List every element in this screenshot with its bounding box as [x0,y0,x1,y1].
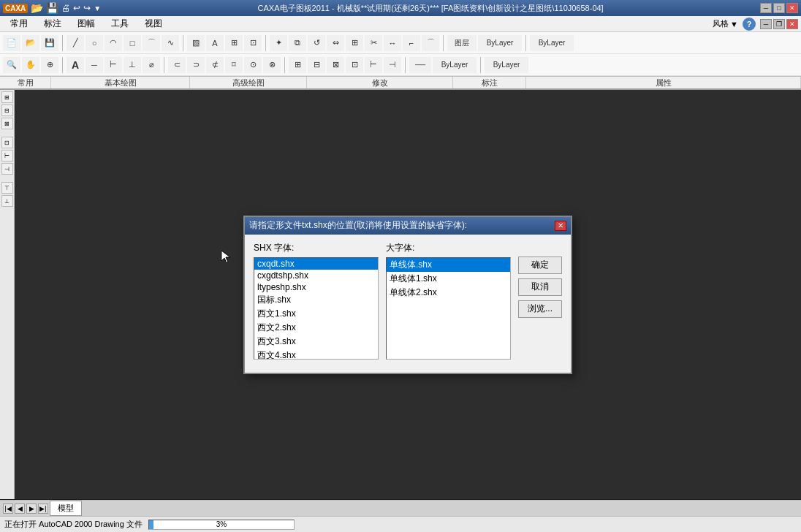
tb-block[interactable]: ⊞ [225,35,243,51]
tb-line-style[interactable]: ── [409,57,431,73]
shx-item-1[interactable]: cxgdtshp.shx [254,270,378,281]
dialog-title-bar[interactable]: 请指定形文件txt.shx的位置(取消将使用设置的缺省字体): ✕ [245,217,571,235]
shx-item-6[interactable]: 西文3.shx [254,335,378,349]
bigfont-listbox[interactable]: 单线体.shx 单线体1.shx 单线体2.shx [386,257,511,360]
left-tb-2[interactable]: ⊟ [1,104,13,116]
tb-mod3[interactable]: ⊠ [327,57,344,73]
minimize-btn[interactable]: ─ [760,3,772,13]
tb-insert[interactable]: ⊡ [244,35,262,51]
tb-dim-line[interactable]: ─ [86,57,103,73]
shx-item-4[interactable]: 西文1.shx [254,307,378,321]
tb-fillet[interactable]: ⌒ [422,35,439,51]
left-tb-4[interactable]: ⊡ [1,137,13,148]
tab-nav-last[interactable]: ▶| [38,503,48,514]
help-icon[interactable]: ? [743,18,756,31]
left-tb-5[interactable]: ⊢ [1,150,13,162]
shx-item-0[interactable]: cxqdt.shx [254,258,378,270]
tb-mod1[interactable]: ⊞ [289,57,306,73]
menu-item-normal[interactable]: 常用 [3,16,35,31]
tb-dim3[interactable]: ⊥ [124,57,141,73]
sub-minimize-btn[interactable]: ─ [760,19,772,29]
tb-mod5[interactable]: ⊢ [365,57,382,73]
quick-access-print[interactable]: 🖨 [61,3,70,13]
tb-arc[interactable]: ◠ [105,35,122,51]
tb-adv1[interactable]: ⊂ [168,57,186,73]
tb-adv6[interactable]: ⊗ [263,57,281,73]
tb-trim[interactable]: ✂ [365,35,382,51]
tb-zoom[interactable]: 🔍 [3,57,20,73]
tb-adv2[interactable]: ⊃ [187,57,205,73]
style-dropdown[interactable]: ▼ [730,20,738,28]
tb-mod2[interactable]: ⊟ [308,57,325,73]
left-tb-1[interactable]: ⊞ [1,91,13,103]
shx-item-5[interactable]: 西文2.shx [254,321,378,335]
tb-dim4[interactable]: ⌀ [143,57,160,73]
tb-save[interactable]: 💾 [41,35,58,51]
tb-open[interactable]: 📂 [22,35,39,51]
tab-nav-prev[interactable]: ◀ [15,503,25,514]
tb-text2[interactable]: A [67,57,84,73]
sub-close-btn[interactable]: ✕ [786,19,798,29]
tb-line[interactable]: ╱ [67,35,84,51]
tb-adv3[interactable]: ⊄ [206,57,224,73]
tb-bylayer2[interactable]: ByLayer [530,35,574,51]
tb-bylayer4[interactable]: ByLayer [485,57,528,73]
tab-nav-next[interactable]: ▶ [26,503,37,514]
tb-text[interactable]: A [206,35,224,51]
big-item-1[interactable]: 单线体1.shx [387,272,510,286]
tb-pan[interactable]: ✋ [22,57,39,73]
tb-adv4[interactable]: ⌑ [225,57,243,73]
quick-access-save[interactable]: 💾 [46,2,58,14]
bigfont-label: 大字体: [386,242,511,254]
tab-nav-first[interactable]: |◀ [3,503,13,514]
tb-hatch[interactable]: ▨ [187,35,205,51]
tb-mod4[interactable]: ⊡ [346,57,363,73]
browse-btn[interactable]: 浏览... [518,300,562,318]
tb-dim2[interactable]: ⊢ [105,57,122,73]
tb-scale[interactable]: ⊞ [346,35,363,51]
canvas-area[interactable]: 请指定形文件txt.shx的位置(取消将使用设置的缺省字体): ✕ SHX 字体… [15,90,801,499]
big-item-2[interactable]: 单线体2.shx [387,286,510,300]
tb-extend[interactable]: ↔ [384,35,401,51]
left-tb-7[interactable]: ⊤ [1,182,13,194]
left-tb-3[interactable]: ⊠ [1,118,13,129]
shx-item-3[interactable]: 国标.shx [254,293,378,307]
close-btn[interactable]: ✕ [786,3,798,13]
maximize-btn[interactable]: □ [773,3,785,13]
shx-item-7[interactable]: 西文4.shx [254,349,378,360]
tb-adv5[interactable]: ⊙ [244,57,262,73]
tb-snap[interactable]: ⊕ [41,57,58,73]
tb-copy[interactable]: ⧉ [289,35,306,51]
menu-item-tools[interactable]: 工具 [104,16,136,31]
tb-circle[interactable]: ○ [86,35,103,51]
quick-access-open[interactable]: 📂 [31,2,43,14]
shx-listbox[interactable]: cxqdt.shx cxgdtshp.shx ltypeshp.shx 国标.s… [254,257,379,360]
tb-spline[interactable]: ∿ [162,35,179,51]
menu-item-annotation[interactable]: 标注 [37,16,69,31]
cancel-btn[interactable]: 取消 [518,278,562,296]
sub-restore-btn[interactable]: ❐ [773,19,785,29]
tb-move[interactable]: ✦ [270,35,287,51]
quick-access-dropdown[interactable]: ▼ [94,4,101,12]
tb-mirror[interactable]: ⇔ [327,35,344,51]
menu-item-format[interactable]: 图幅 [70,16,102,31]
tb-bylayer3[interactable]: ByLayer [433,57,477,73]
tb-rotate[interactable]: ↺ [308,35,325,51]
big-item-0[interactable]: 单线体.shx [387,258,510,272]
menu-item-view[interactable]: 视图 [137,16,170,31]
tb-mod6[interactable]: ⊣ [384,57,401,73]
tb-rect[interactable]: □ [124,35,141,51]
quick-access-undo[interactable]: ↩ [73,3,80,13]
tb-bylayer1[interactable]: ByLayer [478,35,522,51]
left-tb-6[interactable]: ⊣ [1,163,13,175]
quick-access-redo[interactable]: ↪ [83,3,91,13]
tb-polyline[interactable]: ⌒ [143,35,160,51]
model-tab[interactable]: 模型 [50,501,82,516]
shx-item-2[interactable]: ltypeshp.shx [254,281,378,293]
tb-layer[interactable]: 图层 [447,35,477,51]
left-tb-8[interactable]: ⊥ [1,195,13,207]
tb-chamfer[interactable]: ⌐ [403,35,420,51]
confirm-btn[interactable]: 确定 [518,256,562,274]
dialog-close-btn[interactable]: ✕ [555,221,566,231]
tb-new[interactable]: 📄 [3,35,20,51]
